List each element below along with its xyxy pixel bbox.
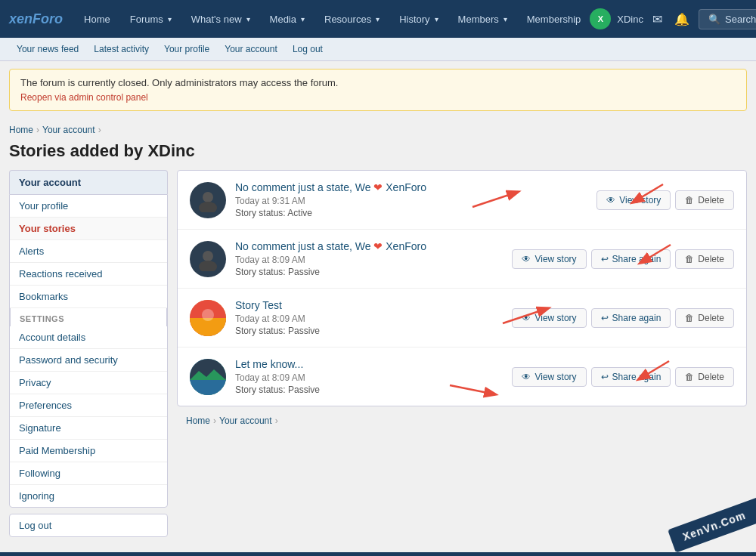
sidebar-item-reactions[interactable]: Reactions received — [10, 263, 167, 286]
bottom-breadcrumb: Home › Your account › — [177, 406, 747, 432]
nav-membership[interactable]: Membership — [518, 0, 590, 38]
sidebar-logout-button[interactable]: Log out — [10, 514, 167, 536]
eye-icon: 👁 — [522, 313, 531, 323]
sidebar-item-stories[interactable]: Your stories — [10, 218, 167, 240]
subnav-logout[interactable]: Log out — [285, 38, 330, 60]
story-status: Story status: Passive — [235, 385, 503, 395]
story-title: No comment just a state, We ❤ XenForo — [235, 181, 587, 193]
bottom-breadcrumb-home[interactable]: Home — [186, 415, 210, 426]
breadcrumb-separator: › — [98, 125, 101, 135]
story-actions: 👁 View story ↩ Share again 🗑 Delete — [512, 249, 734, 269]
content-area: No comment just a state, We ❤ XenForo To… — [177, 170, 747, 537]
breadcrumb-account[interactable]: Your account — [42, 125, 95, 135]
heart-icon: ❤ — [373, 181, 383, 193]
delete-story-button[interactable]: 🗑 Delete — [675, 367, 734, 387]
chevron-down-icon: ▾ — [435, 15, 438, 23]
share-again-button[interactable]: ↩ Share again — [591, 249, 671, 269]
view-story-button[interactable]: 👁 View story — [596, 190, 671, 210]
notice-link[interactable]: Reopen via admin control panel — [20, 92, 148, 103]
breadcrumb: Home › Your account › — [0, 119, 756, 138]
search-icon: 🔍 — [708, 14, 720, 25]
subnav-profile[interactable]: Your profile — [156, 38, 217, 60]
story-status: Story status: Passive — [235, 326, 503, 336]
bell-icon[interactable]: 🔔 — [671, 9, 692, 29]
story-status: Story status: Active — [235, 208, 587, 218]
story-actions: 👁 View story 🗑 Delete — [596, 190, 734, 210]
sidebar-item-following[interactable]: Following — [10, 462, 167, 485]
nav-members[interactable]: Members▾ — [449, 0, 516, 38]
nav-history[interactable]: History▾ — [390, 0, 447, 38]
user-avatar[interactable]: X — [590, 8, 611, 29]
sidebar-item-paid-membership[interactable]: Paid Membership — [10, 440, 167, 462]
story-actions: 👁 View story ↩ Share again 🗑 Delete — [512, 367, 734, 387]
sidebar-item-bookmarks[interactable]: Bookmarks — [10, 286, 167, 308]
subnav-news-feed[interactable]: Your news feed — [9, 38, 86, 60]
trash-icon: 🗑 — [685, 372, 694, 382]
trash-icon: 🗑 — [685, 254, 694, 264]
notice-text: The forum is currently closed. Only admi… — [20, 77, 736, 88]
svg-point-5 — [199, 261, 217, 271]
story-info: Story Test Today at 8:09 AM Story status… — [235, 299, 503, 336]
story-avatar — [190, 359, 226, 395]
sidebar-item-signature[interactable]: Signature — [10, 417, 167, 440]
delete-story-button[interactable]: 🗑 Delete — [675, 190, 734, 210]
svg-point-4 — [203, 251, 213, 261]
story-time: Today at 9:31 AM — [235, 196, 587, 206]
logo[interactable]: xenForo — [9, 11, 63, 27]
svg-rect-12 — [190, 380, 226, 395]
sidebar-item-ignoring[interactable]: Ignoring — [10, 485, 167, 507]
story-time: Today at 8:09 AM — [235, 314, 503, 324]
view-story-button[interactable]: 👁 View story — [512, 308, 586, 328]
story-actions: 👁 View story ↩ Share again 🗑 Delete — [512, 308, 734, 328]
nav-right: X XDinc ✉ 🔔 🔍 Search — [590, 8, 756, 29]
view-story-button[interactable]: 👁 View story — [512, 367, 586, 387]
view-story-button[interactable]: 👁 View story — [512, 249, 586, 269]
eye-icon: 👁 — [606, 195, 615, 205]
share-again-button[interactable]: ↩ Share again — [591, 308, 671, 328]
nav-whats-new[interactable]: What's new▾ — [182, 0, 259, 38]
sidebar-items: Your profile Your stories Alerts Reactio… — [9, 194, 168, 508]
user-name[interactable]: XDinc — [617, 14, 643, 25]
page-title: Stories added by XDinc — [0, 138, 756, 170]
bottom-breadcrumb-account[interactable]: Your account — [219, 415, 272, 426]
trash-icon: 🗑 — [685, 313, 694, 323]
share-again-button[interactable]: ↩ Share again — [591, 367, 671, 387]
story-info: Let me know... Today at 8:09 AM Story st… — [235, 358, 503, 395]
story-info: No comment just a state, We ❤ XenForo To… — [235, 240, 503, 277]
chevron-down-icon: ▾ — [503, 15, 507, 23]
sidebar-logout-section: Log out — [9, 514, 168, 537]
sidebar-item-preferences[interactable]: Preferences — [10, 394, 167, 417]
chevron-down-icon: ▾ — [376, 15, 380, 23]
sidebar-section-title: Your account — [9, 170, 168, 194]
chevron-down-icon: ▾ — [301, 15, 305, 23]
mail-icon[interactable]: ✉ — [649, 9, 665, 29]
breadcrumb-home[interactable]: Home — [9, 125, 33, 135]
delete-story-button[interactable]: 🗑 Delete — [675, 249, 734, 269]
trash-icon: 🗑 — [685, 195, 694, 205]
story-status: Story status: Passive — [235, 267, 503, 277]
subnav-latest-activity[interactable]: Latest activity — [86, 38, 156, 60]
sidebar-item-privacy[interactable]: Privacy — [10, 372, 167, 394]
nav-media[interactable]: Media▾ — [261, 0, 314, 38]
heart-icon: ❤ — [373, 240, 383, 252]
forum-notice: The forum is currently closed. Only admi… — [9, 69, 747, 111]
delete-story-button[interactable]: 🗑 Delete — [675, 308, 734, 328]
story-avatar — [190, 182, 226, 218]
sidebar-item-account-details[interactable]: Account details — [10, 326, 167, 349]
nav-forums[interactable]: Forums▾ — [121, 0, 181, 38]
story-item: Let me know... Today at 8:09 AM Story st… — [178, 348, 746, 406]
breadcrumb-separator: › — [213, 415, 216, 426]
nav-resources[interactable]: Resources▾ — [315, 0, 389, 38]
search-button[interactable]: 🔍 Search — [699, 9, 756, 29]
sidebar-item-profile[interactable]: Your profile — [10, 195, 167, 218]
sidebar-item-password[interactable]: Password and security — [10, 349, 167, 372]
share-icon: ↩ — [601, 313, 609, 323]
sidebar: Your account Your profile Your stories A… — [9, 170, 168, 537]
subnav-account[interactable]: Your account — [217, 38, 285, 60]
logo-text: xenForo — [9, 11, 63, 26]
share-icon: ↩ — [601, 254, 609, 264]
story-item: No comment just a state, We ❤ XenForo To… — [178, 171, 746, 230]
nav-home[interactable]: Home — [75, 0, 119, 38]
sidebar-item-alerts[interactable]: Alerts — [10, 240, 167, 263]
nav-items: Home Forums▾ What's new▾ Media▾ Resource… — [75, 0, 590, 38]
